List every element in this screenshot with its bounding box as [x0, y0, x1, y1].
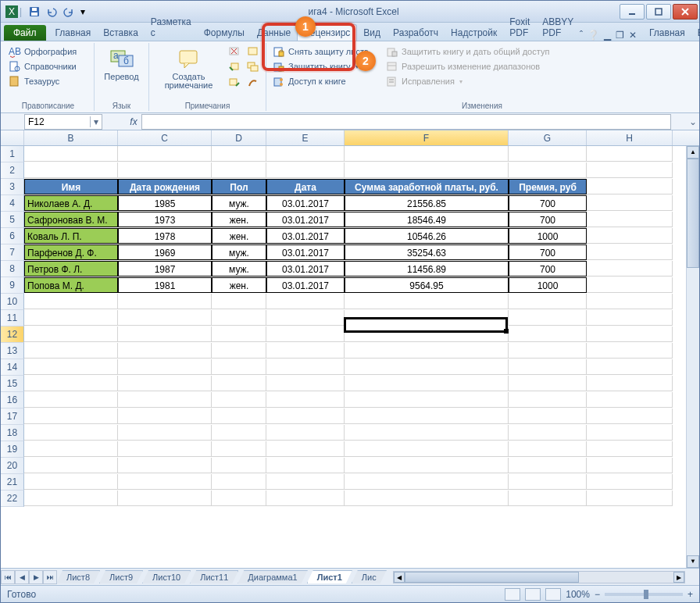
cell-H14[interactable] [587, 359, 673, 375]
cell-G19[interactable] [509, 441, 587, 457]
cell-H6[interactable] [587, 228, 673, 244]
row-header-20[interactable]: 20 [1, 458, 24, 474]
row-header-3[interactable]: 3 [1, 179, 24, 195]
share-workbook-button[interactable]: Доступ к книге [271, 74, 370, 88]
cell-E11[interactable] [266, 310, 345, 326]
cell-G2[interactable] [509, 162, 587, 178]
cell-G7[interactable]: 700 [509, 244, 587, 260]
cell-D7[interactable]: муж. [212, 244, 266, 260]
row-header-14[interactable]: 14 [1, 359, 24, 376]
cell-H21[interactable] [587, 474, 673, 490]
cell-E8[interactable]: 03.01.2017 [266, 261, 345, 277]
ribbon-tab-7[interactable]: Разработч [387, 25, 445, 41]
cell-G3[interactable]: Премия, руб [509, 179, 587, 194]
column-header-E[interactable]: E [266, 130, 345, 145]
name-box-dropdown-icon[interactable]: ▾ [90, 116, 98, 127]
cell-E1[interactable] [266, 146, 345, 162]
cell-G9[interactable]: 1000 [509, 277, 587, 293]
cell-B13[interactable] [24, 343, 118, 359]
cell-D13[interactable] [212, 343, 266, 359]
zoom-in-button[interactable]: + [688, 589, 693, 600]
cell-B12[interactable] [24, 326, 118, 342]
cell-H19[interactable] [587, 441, 673, 457]
cell-F2[interactable] [345, 162, 509, 178]
row-header-1[interactable]: 1 [1, 146, 24, 162]
cell-D21[interactable] [212, 474, 266, 490]
cell-B18[interactable] [24, 425, 118, 441]
cell-B8[interactable]: Петров Ф. Л. [24, 261, 118, 277]
view-normal-button[interactable] [505, 588, 520, 601]
row-header-11[interactable]: 11 [1, 310, 24, 326]
formula-bar-expand-icon[interactable]: ⌄ [687, 116, 699, 127]
sheet-nav-next[interactable]: ▶ [29, 570, 43, 584]
cell-D22[interactable] [212, 491, 266, 506]
row-header-21[interactable]: 21 [1, 474, 24, 491]
row-header-12[interactable]: 12 [1, 326, 24, 343]
cell-C6[interactable]: 1978 [118, 228, 212, 244]
row-header-6[interactable]: 6 [1, 228, 24, 244]
column-header-B[interactable]: B [24, 130, 118, 145]
scroll-right-icon[interactable]: ▶ [673, 572, 684, 583]
cell-E7[interactable]: 03.01.2017 [266, 244, 345, 260]
cell-H22[interactable] [587, 491, 673, 506]
cell-E12[interactable] [266, 326, 345, 342]
cell-G10[interactable] [509, 294, 587, 309]
name-box[interactable]: F12 ▾ [24, 114, 102, 130]
sheet-tab-4[interactable]: Диаграмма1 [238, 570, 307, 583]
cell-H1[interactable] [587, 146, 673, 162]
cell-C2[interactable] [118, 162, 212, 178]
cell-G12[interactable] [509, 326, 587, 342]
cell-B6[interactable]: Коваль Л. П. [24, 228, 118, 244]
cell-E5[interactable]: 03.01.2017 [266, 212, 345, 227]
cell-D16[interactable] [212, 392, 266, 408]
cell-F14[interactable] [345, 359, 509, 375]
ribbon-tab-0[interactable]: Главная [643, 25, 691, 41]
cell-E20[interactable] [266, 458, 345, 473]
undo-button[interactable] [44, 4, 59, 20]
cell-C8[interactable]: 1987 [118, 261, 212, 277]
cell-G17[interactable] [509, 409, 587, 424]
cell-B2[interactable] [24, 162, 118, 178]
cell-H5[interactable] [587, 212, 673, 227]
row-header-13[interactable]: 13 [1, 343, 24, 359]
cell-G13[interactable] [509, 343, 587, 359]
row-header-15[interactable]: 15 [1, 376, 24, 392]
cell-H7[interactable] [587, 244, 673, 260]
cell-H2[interactable] [587, 162, 673, 178]
row-header-8[interactable]: 8 [1, 261, 24, 277]
wb-minimize-icon[interactable]: ▁ [604, 30, 611, 41]
cell-C15[interactable] [118, 376, 212, 391]
show-all-comments-button[interactable] [245, 60, 261, 74]
file-tab[interactable]: Файл [4, 25, 46, 41]
cell-H4[interactable] [587, 195, 673, 211]
cell-F12[interactable] [345, 326, 509, 342]
qat-customize-button[interactable]: ▾ [78, 4, 88, 20]
cell-H20[interactable] [587, 458, 673, 473]
row-header-16[interactable]: 16 [1, 392, 24, 409]
track-changes-button[interactable]: Исправления▾ [384, 74, 551, 88]
cell-F13[interactable] [345, 343, 509, 359]
cell-B16[interactable] [24, 392, 118, 408]
cell-D11[interactable] [212, 310, 266, 326]
ribbon-tab-10[interactable]: ABBYY PDF [536, 14, 580, 41]
select-all-corner[interactable] [1, 130, 24, 145]
cell-G14[interactable] [509, 359, 587, 375]
cell-C17[interactable] [118, 409, 212, 424]
maximize-button[interactable] [646, 4, 671, 20]
close-button[interactable] [673, 4, 698, 20]
cell-F22[interactable] [345, 491, 509, 506]
cell-G6[interactable]: 1000 [509, 228, 587, 244]
ribbon-tab-3[interactable]: Формулы [198, 25, 251, 41]
cell-G8[interactable]: 700 [509, 261, 587, 277]
row-header-22[interactable]: 22 [1, 491, 24, 507]
cell-F9[interactable]: 9564.95 [345, 277, 509, 293]
cell-G4[interactable]: 700 [509, 195, 587, 211]
cell-B9[interactable]: Попова М. Д. [24, 277, 118, 293]
wb-close-icon[interactable]: ✕ [629, 30, 637, 41]
column-header-G[interactable]: G [509, 130, 587, 145]
cell-B17[interactable] [24, 409, 118, 424]
cell-C20[interactable] [118, 458, 212, 473]
cell-F20[interactable] [345, 458, 509, 473]
cell-E18[interactable] [266, 425, 345, 441]
cell-D17[interactable] [212, 409, 266, 424]
